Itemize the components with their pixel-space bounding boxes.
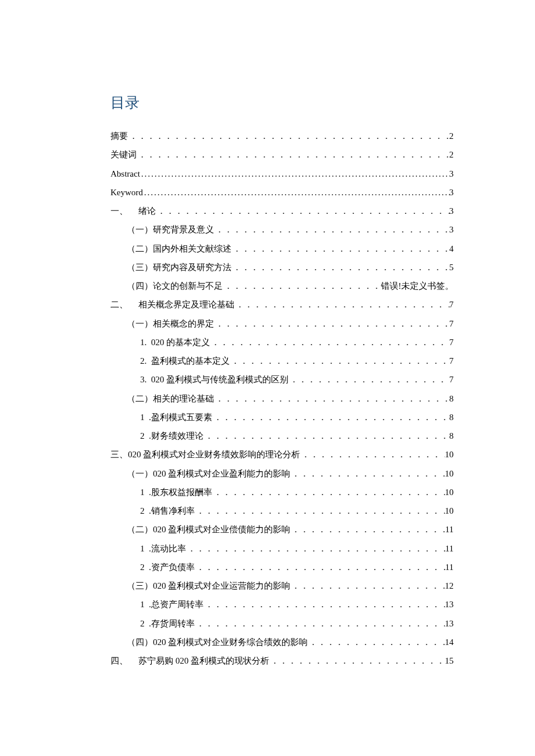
toc-entry-label: 2. 盈利模式的基本定义 xyxy=(140,352,230,370)
toc-entry-page: 2 xyxy=(450,145,454,164)
toc-entry-page: 13 xyxy=(445,614,454,633)
toc-entry[interactable]: （一）相关概念的界定．．．．．．．．．．．．．．．．．．．．．．．．．．．．．．… xyxy=(110,314,454,333)
toc-leader-dots: ．．．．．．．．．．．．．．．．．．．．．．．．．．．．．．．．．．．．．．．．… xyxy=(212,483,445,501)
toc-entry[interactable]: （二）020 盈利模式对企业偿债能力的影响．．．．．．．．．．．．．．．．．．．… xyxy=(110,520,454,539)
toc-entry-page: 11 xyxy=(445,539,454,558)
toc-entry[interactable]: 1 .流动比率．．．．．．．．．．．．．．．．．．．．．．．．．．．．．．．．．… xyxy=(110,539,454,558)
toc-leader-dots: ．．．．．．．．．．．．．．．．．．．．．．．．．．．．．．．．．．．．．．．．… xyxy=(212,408,450,427)
toc-entry-number: 1. xyxy=(140,338,147,347)
toc-leader-dots: ．．．．．．．．．．．．．．．．．．．．．．．．．．．．．．．．．．．．．．．．… xyxy=(231,258,450,277)
toc-entry-page: 3 xyxy=(450,183,454,202)
toc-entry-page: 7 xyxy=(450,333,454,352)
toc-entry[interactable]: 1 .总资产周转率．．．．．．．．．．．．．．．．．．．．．．．．．．．．．．．… xyxy=(110,595,454,614)
toc-entry[interactable]: Abstract................................… xyxy=(110,164,454,183)
toc-leader-dots: ．．．．．．．．．．．．．．．．．．．．．．．．．．．．．．．．．．．．．．．．… xyxy=(269,651,445,670)
toc-entry[interactable]: Keyword.................................… xyxy=(110,183,454,202)
toc-entry[interactable]: 2 .财务绩效理论．．．．．．．．．．．．．．．．．．．．．．．．．．．．．．．… xyxy=(110,427,454,445)
toc-entry-number: 2. xyxy=(140,356,147,366)
toc-entry[interactable]: 2. 盈利模式的基本定义．．．．．．．．．．．．．．．．．．．．．．．．．．．．… xyxy=(110,352,454,370)
toc-entry-page: 4 xyxy=(450,239,454,258)
toc-entry-label: 关键词 xyxy=(110,145,137,164)
toc-entry-number: 3. xyxy=(140,375,147,384)
toc-entry-label: 四、苏宁易购 020 盈利模式的现状分析 xyxy=(110,651,269,670)
toc-leader-dots: ．．．．．．．．．．．．．．．．．．．．．．．．．．．．．．．．．．．．．．．．… xyxy=(290,464,445,483)
toc-entry-text: （一）020 盈利模式对企业盈利能力的影响 xyxy=(127,469,290,478)
toc-title: 目录 xyxy=(110,93,454,112)
toc-entry-label: 1. 020 的基本定义 xyxy=(140,333,210,352)
toc-entry[interactable]: 一、绪论．．．．．．．．．．．．．．．．．．．．．．．．．．．．．．．．．．．．… xyxy=(110,202,454,220)
toc-leader-dots: ........................................… xyxy=(140,164,450,183)
toc-leader-dots: ．．．．．．．．．．．．．．．．．．．．．．．．．．．．．．．．．．．．．．．．… xyxy=(230,352,450,370)
toc-entry[interactable]: 1 .盈利模式五要素．．．．．．．．．．．．．．．．．．．．．．．．．．．．．．… xyxy=(110,408,454,427)
toc-entry-text: .存货周转率 xyxy=(149,619,195,628)
toc-entry-page: 8 xyxy=(450,408,454,427)
toc-entry[interactable]: （三）020 盈利模式对企业运营能力的影响．．．．．．．．．．．．．．．．．．．… xyxy=(110,576,454,595)
toc-entry[interactable]: 四、苏宁易购 020 盈利模式的现状分析．．．．．．．．．．．．．．．．．．．．… xyxy=(110,651,454,670)
toc-entry-number: 1 xyxy=(140,600,145,609)
toc-entry-page: 3 xyxy=(450,164,454,183)
toc-entry-page: 7 xyxy=(450,352,454,370)
toc-entry-label: Keyword xyxy=(110,183,143,202)
toc-entry[interactable]: 摘要．．．．．．．．．．．．．．．．．．．．．．．．．．．．．．．．．．．．．．… xyxy=(110,127,454,145)
toc-leader-dots: ．．．．．．．．．．．．．．．．．．．．．．．．．．．．．．．．．．．．．．．．… xyxy=(234,295,450,314)
toc-entry-page: 7 xyxy=(450,314,454,333)
toc-entry-number: 2 xyxy=(140,431,145,440)
toc-entry[interactable]: 二、相关概念界定及理论基础．．．．．．．．．．．．．．．．．．．．．．．．．．．… xyxy=(110,295,454,314)
toc-entry-page: 11 xyxy=(445,520,454,539)
toc-leader-dots: ．．．．．．．．．．．．．．．．．．．．．．．．．．．．．．．．．．．．．．．．… xyxy=(214,220,450,239)
toc-entry[interactable]: 2 .销售净利率．．．．．．．．．．．．．．．．．．．．．．．．．．．．．．．．… xyxy=(110,501,454,520)
toc-leader-dots: ．．．．．．．．．．．．．．．．．．．．．．．．．．．．．．．．．．．．．．．．… xyxy=(195,558,445,576)
toc-entry-text: （三）研究内容及研究方法 xyxy=(127,263,231,272)
toc-entry[interactable]: （一）020 盈利模式对企业盈利能力的影响．．．．．．．．．．．．．．．．．．．… xyxy=(110,464,454,483)
toc-entry-label: Abstract xyxy=(110,164,140,183)
toc-entry-text: .销售净利率 xyxy=(149,506,195,515)
toc-entry-page: 10 xyxy=(445,445,454,464)
toc-entry-page: 错误!未定义书签。 xyxy=(381,277,454,295)
toc-entry-text: 相关概念界定及理论基础 xyxy=(138,295,234,314)
toc-entry-page: 12 xyxy=(445,576,454,595)
toc-entry[interactable]: （三）研究内容及研究方法．．．．．．．．．．．．．．．．．．．．．．．．．．．．… xyxy=(110,258,454,277)
toc-entry-number: 一、 xyxy=(110,202,128,220)
toc-entry-text: （四）论文的创新与不足 xyxy=(127,281,223,291)
toc-entry-text: （三）020 盈利模式对企业运营能力的影响 xyxy=(127,581,290,590)
toc-entry[interactable]: 3. 020 盈利模式与传统盈利模式的区别．．．．．．．．．．．．．．．．．．．… xyxy=(110,370,454,389)
toc-entry[interactable]: （二）国内外相关文献综述．．．．．．．．．．．．．．．．．．．．．．．．．．．．… xyxy=(110,239,454,258)
toc-entry-text: （一）研究背景及意义 xyxy=(127,225,214,234)
toc-entry[interactable]: 1 .股东权益报酬率．．．．．．．．．．．．．．．．．．．．．．．．．．．．．．… xyxy=(110,483,454,501)
toc-entry[interactable]: （四）020 盈利模式对企业财务综合绩效的影响．．．．．．．．．．．．．．．．．… xyxy=(110,633,454,651)
toc-entry-number: 2 xyxy=(140,619,145,628)
toc-entry-text: 绪论 xyxy=(138,202,156,220)
toc-entry[interactable]: 1. 020 的基本定义．．．．．．．．．．．．．．．．．．．．．．．．．．．．… xyxy=(110,333,454,352)
toc-entry-text: （二）相关的理论基础 xyxy=(127,394,214,403)
toc-entry[interactable]: （四）论文的创新与不足．．．．．．．．．．．．．．．．．．．．．．．．．．．．．… xyxy=(110,277,454,295)
toc-entry[interactable]: 2 .存货周转率．．．．．．．．．．．．．．．．．．．．．．．．．．．．．．．．… xyxy=(110,614,454,633)
toc-entry-page: 11 xyxy=(445,558,454,576)
toc-entry-text: （二）国内外相关文献综述 xyxy=(127,244,231,253)
toc-entry[interactable]: 2 .资产负债率．．．．．．．．．．．．．．．．．．．．．．．．．．．．．．．．… xyxy=(110,558,454,576)
toc-entry[interactable]: （二）相关的理论基础．．．．．．．．．．．．．．．．．．．．．．．．．．．．．．… xyxy=(110,389,454,408)
toc-entry-text: .总资产周转率 xyxy=(149,600,204,609)
toc-entry-label: （二）020 盈利模式对企业偿债能力的影响 xyxy=(127,520,290,539)
toc-entry[interactable]: 三、020 盈利模式对企业财务绩效影响的理论分析．．．．．．．．．．．．．．．．… xyxy=(110,445,454,464)
toc-entry-label: 1 .总资产周转率 xyxy=(140,595,204,614)
toc-entry-label: （一）研究背景及意义 xyxy=(127,220,214,239)
toc-entry-number: 1 xyxy=(140,544,145,553)
toc-entry-label: 2 .销售净利率 xyxy=(140,501,195,520)
toc-entry-page: 14 xyxy=(445,633,454,651)
toc-entry[interactable]: （一）研究背景及意义．．．．．．．．．．．．．．．．．．．．．．．．．．．．．．… xyxy=(110,220,454,239)
toc-entry-label: （一）相关概念的界定 xyxy=(127,314,214,333)
toc-entry-page: 3 xyxy=(450,202,454,220)
toc-entry-label: 二、相关概念界定及理论基础 xyxy=(110,295,234,314)
toc-entry-text: .盈利模式五要素 xyxy=(149,413,212,422)
toc-entry-page: 10 xyxy=(445,483,454,501)
toc-entry-label: （四）020 盈利模式对企业财务综合绩效的影响 xyxy=(127,633,308,651)
toc-entry-page: 10 xyxy=(445,464,454,483)
toc-entry-number: 四、 xyxy=(110,651,128,670)
toc-entry-label: （一）020 盈利模式对企业盈利能力的影响 xyxy=(127,464,290,483)
toc-leader-dots: ．．．．．．．．．．．．．．．．．．．．．．．．．．．．．．．．．．．．．．．．… xyxy=(214,389,450,408)
toc-leader-dots: ．．．．．．．．．．．．．．．．．．．．．．．．．．．．．．．．．．．．．．．．… xyxy=(210,333,450,352)
toc-entry-page: 5 xyxy=(450,258,454,277)
toc-entry-text: 摘要 xyxy=(110,131,128,141)
toc-entry[interactable]: 关键词．．．．．．．．．．．．．．．．．．．．．．．．．．．．．．．．．．．．．… xyxy=(110,145,454,164)
toc-entry-text: 020 盈利模式与传统盈利模式的区别 xyxy=(151,375,288,384)
